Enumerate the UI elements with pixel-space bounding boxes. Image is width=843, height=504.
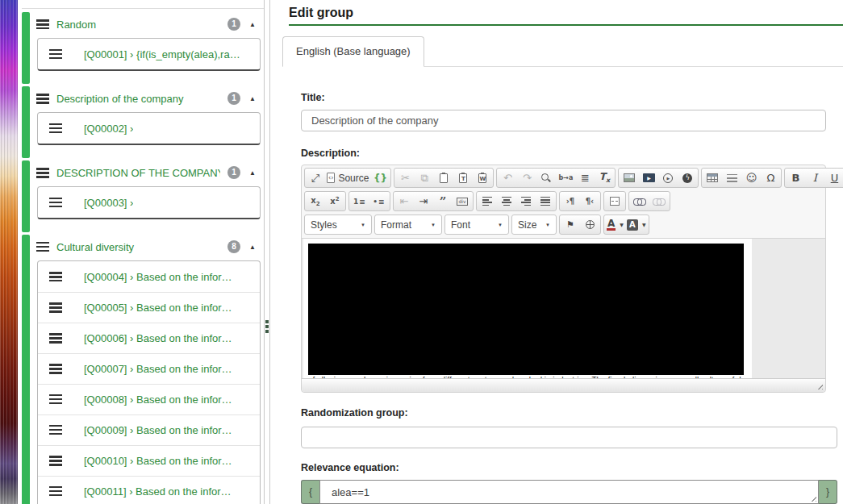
bidi-rtl-button[interactable]: ¶‹	[580, 192, 599, 210]
align-left-button[interactable]	[478, 192, 497, 210]
collapse-arrow-icon[interactable]: ▲	[249, 169, 256, 177]
italic-button[interactable]: I	[805, 169, 824, 187]
text-color-button[interactable]: A▼	[605, 215, 625, 234]
horizontal-rule-button[interactable]	[722, 169, 741, 187]
group-header[interactable]: Cultural diversity8▲	[30, 235, 264, 259]
media-player-button[interactable]: ▶	[658, 169, 678, 187]
group-title[interactable]: Description of the company	[56, 93, 220, 105]
question-item[interactable]: [Q00007] › Based on the infor…	[38, 353, 260, 384]
source-button[interactable]: ‹›Source	[325, 169, 370, 187]
copy-button[interactable]: ⧉	[415, 169, 434, 187]
format-dropdown[interactable]: Format▼	[374, 215, 442, 235]
group-title[interactable]: Cultural diversity	[56, 241, 220, 253]
image-button[interactable]	[620, 169, 639, 187]
bold-button[interactable]: B	[786, 169, 805, 187]
question-item[interactable]: [Q00002] ›	[38, 113, 260, 144]
drag-handle-icon[interactable]	[36, 94, 49, 104]
tab-english-base-language[interactable]: English (Base language)	[282, 36, 424, 67]
question-item[interactable]: [Q00008] › Based on the infor…	[38, 384, 260, 414]
flash-button[interactable]: ϟ	[678, 169, 697, 187]
smiley-icon: ☺	[746, 172, 757, 184]
special-char-button[interactable]: Ω	[761, 169, 780, 187]
drag-handle-icon[interactable]	[49, 394, 62, 405]
remove-format-button[interactable]: Tx	[595, 169, 614, 187]
group-header[interactable]: Description of the company1▲	[30, 86, 264, 110]
question-item[interactable]: [Q00006] › Based on the infor…	[38, 323, 260, 353]
drag-handle-icon[interactable]	[36, 242, 49, 252]
globe-button[interactable]	[580, 215, 599, 234]
drag-handle-icon[interactable]	[49, 302, 62, 313]
editor-document[interactable]: of all, since each one is coming from di…	[303, 239, 752, 378]
question-item[interactable]: [Q00010] › Based on the infor…	[38, 445, 260, 476]
undo-button[interactable]: ↶	[498, 169, 517, 187]
drag-handle-icon[interactable]	[49, 272, 62, 282]
align-justify-button[interactable]	[536, 192, 555, 210]
select-all-button[interactable]: ≣	[575, 169, 595, 187]
bulleted-list-button[interactable]: •≡	[369, 192, 389, 210]
div-container-button[interactable]: div	[453, 192, 472, 210]
question-item[interactable]: [Q00003] ›	[38, 187, 260, 218]
drag-handle-icon[interactable]	[49, 49, 62, 60]
collapse-arrow-icon[interactable]: ▲	[249, 244, 256, 251]
paste-word-button[interactable]: W	[473, 169, 492, 187]
smiley-button[interactable]: ☺	[741, 169, 761, 187]
underline-button[interactable]: U	[824, 169, 843, 187]
question-item[interactable]: [Q00011] › Based on the infor…	[38, 476, 260, 504]
group-title[interactable]: Random	[56, 19, 220, 31]
relevance-equation-input[interactable]	[319, 480, 819, 504]
bidi-ltr-button[interactable]: ›¶	[561, 192, 580, 210]
question-count-badge: 1	[227, 18, 240, 31]
drag-handle-icon[interactable]	[49, 456, 62, 466]
numbered-list-button[interactable]: 1≡	[350, 192, 369, 210]
unlink-button[interactable]	[649, 192, 669, 210]
editor-resize-grip[interactable]	[816, 382, 823, 389]
cut-button[interactable]: ✂	[395, 169, 415, 187]
link-button[interactable]	[630, 192, 649, 210]
drag-handle-icon[interactable]	[49, 333, 62, 344]
drag-handle-icon[interactable]	[36, 168, 49, 178]
maximize-button[interactable]: ⤢	[306, 169, 325, 187]
table-button[interactable]	[703, 169, 722, 187]
redo-button[interactable]: ↷	[517, 169, 536, 187]
group-title-input[interactable]	[301, 110, 826, 131]
indent-button[interactable]: ⇥	[414, 192, 433, 210]
toolbar-button-group	[603, 191, 626, 211]
question-item[interactable]: [Q00005] › Based on the infor…	[38, 292, 260, 323]
flag-button[interactable]: ⚑	[561, 215, 580, 234]
group-header[interactable]: DESCRIPTION OF THE COMPANY1▲	[30, 160, 264, 185]
editor-content-area[interactable]: of all, since each one is coming from di…	[302, 239, 825, 378]
collapse-arrow-icon[interactable]: ▲	[249, 95, 256, 102]
background-color-button[interactable]: A▼	[625, 215, 648, 234]
drag-handle-icon[interactable]	[49, 364, 62, 374]
blockquote-button[interactable]: ”	[433, 192, 453, 210]
collapse-arrow-icon[interactable]: ▲	[249, 21, 256, 28]
superscript-button[interactable]: x2	[325, 192, 344, 210]
align-center-icon	[502, 196, 511, 206]
styles-dropdown[interactable]: Styles▼	[304, 215, 372, 235]
sidebar-resize-handle[interactable]	[265, 320, 269, 335]
font-dropdown[interactable]: Font▼	[444, 215, 509, 235]
group-header[interactable]: Random1▲	[30, 12, 264, 36]
question-item[interactable]: [Q00001] › {if(is_empty(alea),ra…	[38, 39, 260, 69]
randomization-group-input[interactable]	[301, 427, 837, 448]
paste-text-button[interactable]: T	[453, 169, 473, 187]
subscript-button[interactable]: x2	[306, 192, 325, 210]
drag-handle-icon[interactable]	[49, 123, 62, 134]
drag-handle-icon[interactable]	[49, 486, 62, 497]
drag-handle-icon[interactable]	[36, 19, 49, 30]
size-dropdown[interactable]: Size▼	[511, 215, 557, 235]
replace-button[interactable]: b→a	[556, 169, 575, 187]
drag-handle-icon[interactable]	[49, 425, 62, 435]
align-center-button[interactable]	[497, 192, 516, 210]
video-button[interactable]: ▶	[639, 169, 658, 187]
paste-button[interactable]	[434, 169, 453, 187]
outdent-button[interactable]: ⇤	[394, 192, 414, 210]
find-button[interactable]	[536, 169, 556, 187]
expression-builder-button[interactable]: {}	[370, 169, 390, 187]
group-title[interactable]: DESCRIPTION OF THE COMPANY	[56, 167, 220, 179]
align-right-button[interactable]	[516, 192, 536, 210]
question-item[interactable]: [Q00009] › Based on the infor…	[38, 414, 260, 445]
page-break-button[interactable]	[605, 192, 624, 210]
drag-handle-icon[interactable]	[49, 198, 62, 208]
question-item[interactable]: [Q00004] › Based on the infor…	[38, 261, 260, 292]
